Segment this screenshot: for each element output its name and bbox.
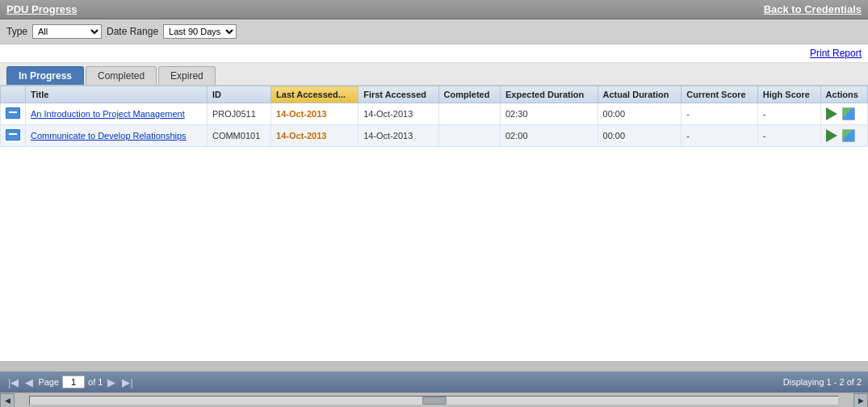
row-first-accessed-1: 14-Oct-2013 (359, 103, 438, 125)
tab-expired[interactable]: Expired (158, 66, 216, 85)
of-label: of 1 (88, 377, 103, 387)
row-high-score-1: - (757, 103, 820, 125)
horizontal-scrollbar[interactable]: ◀ ▶ (0, 392, 868, 407)
filter-bar: Type All Course Assessment Date Range La… (0, 19, 868, 44)
table-row: An Introduction to Project Management PR… (1, 103, 868, 125)
print-report-link[interactable]: Print Report (810, 48, 862, 59)
print-row: Print Report (0, 44, 868, 63)
row-expected-duration-2: 02:00 (500, 125, 598, 147)
row-current-score-1: - (681, 103, 757, 125)
next-page-btn[interactable]: ▶ (106, 376, 117, 388)
course-link-2[interactable]: Communicate to Develop Relationships (31, 131, 187, 141)
course-link-1[interactable]: An Introduction to Project Management (31, 109, 185, 119)
row-title-1: An Introduction to Project Management (26, 103, 208, 125)
col-high-score: High Score (757, 86, 820, 103)
course-icon-1 (6, 107, 20, 119)
scroll-left-btn[interactable]: ◀ (0, 393, 15, 408)
course-icon-2 (6, 129, 20, 141)
scroll-track (29, 396, 839, 405)
col-actions: Actions (820, 86, 867, 103)
row-high-score-2: - (757, 125, 820, 147)
row-completed-1 (438, 103, 500, 125)
col-first-accessed: First Accessed (359, 86, 438, 103)
row-actual-duration-1: 00:00 (598, 103, 681, 125)
row-first-accessed-2: 14-Oct-2013 (359, 125, 438, 147)
first-page-btn[interactable]: |◀ (6, 376, 20, 388)
col-icon (1, 86, 26, 103)
col-completed: Completed (438, 86, 500, 103)
tab-completed[interactable]: Completed (86, 66, 157, 85)
row-actual-duration-2: 00:00 (598, 125, 681, 147)
col-title: Title (26, 86, 208, 103)
back-to-credentials-link[interactable]: Back to Credentials (764, 3, 862, 15)
col-last-accessed[interactable]: Last Accessed... (271, 86, 359, 103)
row-id-2: COMM0101 (207, 125, 270, 147)
col-expected-duration: Expected Duration (500, 86, 598, 103)
row-last-accessed-2: 14-Oct-2013 (271, 125, 359, 147)
play-button-1[interactable] (826, 107, 837, 120)
row-actions-1 (820, 103, 867, 125)
row-icon-1 (1, 103, 26, 125)
col-id: ID (207, 86, 270, 103)
row-actions-2 (820, 125, 867, 147)
row-last-accessed-1: 14-Oct-2013 (271, 103, 359, 125)
row-id-1: PROJ0511 (207, 103, 270, 125)
top-bar: PDU Progress Back to Credentials (0, 0, 868, 19)
pdu-progress-title[interactable]: PDU Progress (6, 3, 77, 15)
chart-button-2[interactable] (842, 129, 855, 142)
bottom-bar: |◀ ◀ Page of 1 ▶ ▶| Displaying 1 - 2 of … (0, 371, 868, 392)
table-row: Communicate to Develop Relationships COM… (1, 125, 868, 147)
prev-page-btn[interactable]: ◀ (23, 376, 35, 388)
type-label: Type (6, 26, 27, 37)
date-range-select[interactable]: Last 90 Days Last 30 Days Last Year All … (163, 24, 237, 39)
scroll-right-btn[interactable]: ▶ (853, 393, 868, 408)
tabs-bar: In Progress Completed Expired (0, 63, 868, 86)
type-select[interactable]: All Course Assessment (32, 24, 102, 39)
col-actual-duration: Actual Duration (598, 86, 681, 103)
page-label: Page (38, 377, 59, 387)
pagination: |◀ ◀ Page of 1 ▶ ▶| (6, 376, 135, 388)
tab-in-progress[interactable]: In Progress (6, 66, 84, 85)
col-current-score: Current Score (681, 86, 757, 103)
row-expected-duration-1: 02:30 (500, 103, 598, 125)
row-current-score-2: - (681, 125, 757, 147)
play-button-2[interactable] (826, 129, 837, 142)
row-completed-2 (438, 125, 500, 147)
row-title-2: Communicate to Develop Relationships (26, 125, 208, 147)
progress-table: Title ID Last Accessed... First Accessed… (0, 86, 868, 147)
chart-button-1[interactable] (842, 107, 855, 120)
date-range-label: Date Range (107, 26, 158, 37)
displaying-text: Displaying 1 - 2 of 2 (783, 377, 862, 387)
page-input[interactable] (62, 376, 85, 388)
scroll-thumb[interactable] (422, 397, 447, 405)
main-content: Print Report In Progress Completed Expir… (0, 44, 868, 361)
last-page-btn[interactable]: ▶| (120, 376, 134, 388)
row-icon-2 (1, 125, 26, 147)
